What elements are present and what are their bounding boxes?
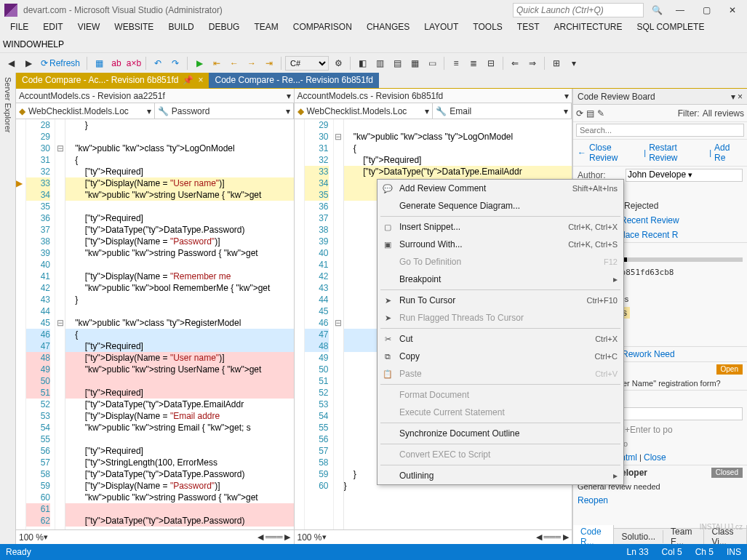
left-member-dropdown[interactable]: 🔧Password▾ <box>155 103 294 119</box>
menu-comparison[interactable]: COMPARISON <box>286 20 359 33</box>
status-ins: INS <box>727 547 741 557</box>
align-icon-2[interactable]: ≣ <box>466 55 482 71</box>
status-ready: Ready <box>6 547 31 557</box>
last-diff-icon[interactable]: ⇥ <box>261 55 277 71</box>
play-icon[interactable]: ▶ <box>191 55 207 71</box>
rv-tool-icon-2[interactable]: ▤ <box>586 108 594 119</box>
menu-bar: FILEEDITVIEWWEBSITEBUILDDEBUGTEAMCOMPARI… <box>0 20 747 36</box>
merge-right-icon[interactable]: ⇒ <box>524 55 540 71</box>
maximize-button[interactable]: ▢ <box>696 3 716 17</box>
menu-team[interactable]: TEAM <box>247 20 285 33</box>
menu-window[interactable]: WINDOW <box>3 39 41 49</box>
menu-debug[interactable]: DEBUG <box>201 20 247 33</box>
layout-v-icon[interactable]: ▤ <box>389 55 405 71</box>
ctx-cut[interactable]: ✂CutCtrl+X <box>378 330 623 348</box>
redo-icon[interactable]: ↷ <box>167 55 183 71</box>
author-select[interactable]: John Develope ▾ <box>626 169 743 182</box>
prev-diff-icon[interactable]: ← <box>226 55 242 71</box>
menu-website[interactable]: WEBSITE <box>107 20 161 33</box>
next-diff-icon[interactable]: → <box>244 55 260 71</box>
ctx-run-flagged-threads-to-cursor: ➤Run Flagged Threads To Cursor <box>378 309 623 327</box>
back-icon[interactable]: ◀ <box>3 55 19 71</box>
panel-tab[interactable]: Solutio... <box>614 530 663 543</box>
server-explorer-tab[interactable]: Server Explorer <box>2 73 14 137</box>
layout-single-icon[interactable]: ▭ <box>424 55 440 71</box>
menu-tools[interactable]: TOOLS <box>466 20 509 33</box>
main-toolbar: ◀ ▶ ⟳ Refresh ▦ ab a×b ↶ ↷ ▶ ⇤ ← → ⇥ C# … <box>0 52 747 73</box>
ctx-insert-snippet-[interactable]: ▢Insert Snippet...Ctrl+K, Ctrl+X <box>378 218 623 236</box>
toolbox-icon[interactable]: ▦ <box>91 55 107 71</box>
menu-architecture[interactable]: ARCHITECTURE <box>546 20 629 33</box>
status-bar: Ready Ln 33 Col 5 Ch 5 INS <box>0 544 747 560</box>
window-title: devart.com - Microsoft Visual Studio (Ad… <box>23 5 223 15</box>
ctx-add-review-comment[interactable]: 💬Add Review CommentShift+Alt+Ins <box>378 180 623 197</box>
align-icon-1[interactable]: ≡ <box>448 55 464 71</box>
left-code-editor[interactable]: ▶282930313233343536373839404142434445464… <box>16 119 294 529</box>
document-tab[interactable]: Code Compare - Re...- Revision 6b851fd <box>209 73 378 88</box>
refresh-button[interactable]: ⟳ Refresh <box>38 58 83 68</box>
menu-view[interactable]: VIEW <box>71 20 108 33</box>
layout-grid-icon[interactable]: ▦ <box>407 55 423 71</box>
status-ch: Ch 5 <box>695 547 714 557</box>
close-tab-icon[interactable]: × <box>198 75 203 85</box>
menu-edit[interactable]: EDIT <box>36 20 70 33</box>
panel-tab[interactable]: Team E... <box>663 525 704 545</box>
ab-icon[interactable]: ab <box>108 55 124 71</box>
menu-build[interactable]: BUILD <box>161 20 201 33</box>
menu-bar-2: WINDOWHELP <box>0 36 747 52</box>
right-member-dropdown[interactable]: 🔧Email▾ <box>433 103 572 119</box>
panel-tab[interactable]: Code R... <box>573 525 614 545</box>
new-window-icon[interactable]: ⊞ <box>548 55 564 71</box>
window-list-icon[interactable]: ▾ <box>566 55 582 71</box>
minimize-button[interactable]: — <box>670 3 690 17</box>
rv-tool-icon-3[interactable]: ✎ <box>597 108 604 119</box>
status-line: Ln 33 <box>627 547 649 557</box>
menu-file[interactable]: FILE <box>3 20 36 33</box>
right-zoom[interactable]: 100 % <box>297 532 322 543</box>
document-tab[interactable]: Code Compare - Ac...- Revision 6b851fd 📌… <box>16 73 209 88</box>
filter-dropdown[interactable]: All reviews <box>703 108 744 119</box>
forward-icon[interactable]: ▶ <box>20 55 36 71</box>
ctx-run-to-cursor[interactable]: ➤Run To CursorCtrl+F10 <box>378 292 623 309</box>
undo-icon[interactable]: ↶ <box>150 55 166 71</box>
ctx-synchronize-document-outline[interactable]: Synchronize Document Outline <box>378 425 623 442</box>
merge-left-icon[interactable]: ⇐ <box>507 55 523 71</box>
ctx-surround-with-[interactable]: ▣Surround With...Ctrl+K, Ctrl+S <box>378 236 623 253</box>
watermark: INSTALUJ.cz <box>700 523 743 531</box>
menu-sql complete[interactable]: SQL COMPLETE <box>630 20 712 33</box>
rv-tool-icon[interactable]: ⟳ <box>576 108 583 119</box>
quick-launch-input[interactable] <box>513 3 644 17</box>
layout-split-icon[interactable]: ◧ <box>354 55 370 71</box>
menu-help[interactable]: HELP <box>41 39 64 49</box>
review-title: Code Review Board <box>578 92 655 102</box>
restart-review-link[interactable]: Restart Review <box>649 143 706 163</box>
left-zoom[interactable]: 100 % <box>19 532 44 543</box>
close-review-link[interactable]: Close Review <box>589 143 641 163</box>
language-select[interactable]: C# <box>285 56 329 71</box>
axb-icon[interactable]: a×b <box>126 55 142 71</box>
ctx-generate-sequence-diagram-[interactable]: Generate Sequence Diagram... <box>378 197 623 215</box>
search-icon[interactable]: 🔍 <box>650 5 664 15</box>
menu-changes[interactable]: CHANGES <box>359 20 417 33</box>
close-button[interactable]: ✕ <box>722 3 743 17</box>
ctx-breakpoint[interactable]: Breakpoint▸ <box>378 271 623 288</box>
review-search-input[interactable] <box>576 124 744 137</box>
right-class-dropdown[interactable]: ◆WebChecklist.Models.Loc▾ <box>295 103 434 119</box>
align-icon-3[interactable]: ⊟ <box>483 55 499 71</box>
menu-test[interactable]: TEST <box>510 20 547 33</box>
menu-layout[interactable]: LAYOUT <box>417 20 466 33</box>
add-review-link[interactable]: Add Re <box>714 143 743 163</box>
ctx-copy[interactable]: ⧉CopyCtrl+C <box>378 348 623 365</box>
gear-icon[interactable]: ⚙ <box>330 55 346 71</box>
right-pane-header: AccountModels.cs - Revision 6b851fd <box>297 91 444 101</box>
pin-icon[interactable]: 📌 <box>183 75 193 85</box>
vs-logo-icon <box>4 4 17 17</box>
ctx-outlining[interactable]: Outlining▸ <box>378 467 623 484</box>
ctx-format-document: Format Document <box>378 386 623 404</box>
left-class-dropdown[interactable]: ◆WebChecklist.Models.Loc▾ <box>16 103 155 119</box>
first-diff-icon[interactable]: ⇤ <box>209 55 225 71</box>
left-compare-pane: AccountModels.cs - Revision aa2251f▾ ◆We… <box>16 89 295 544</box>
ctx-go-to-definition: Go To DefinitionF12 <box>378 253 623 271</box>
review-back-icon[interactable]: ← <box>578 148 586 158</box>
layout-h-icon[interactable]: ▥ <box>372 55 388 71</box>
